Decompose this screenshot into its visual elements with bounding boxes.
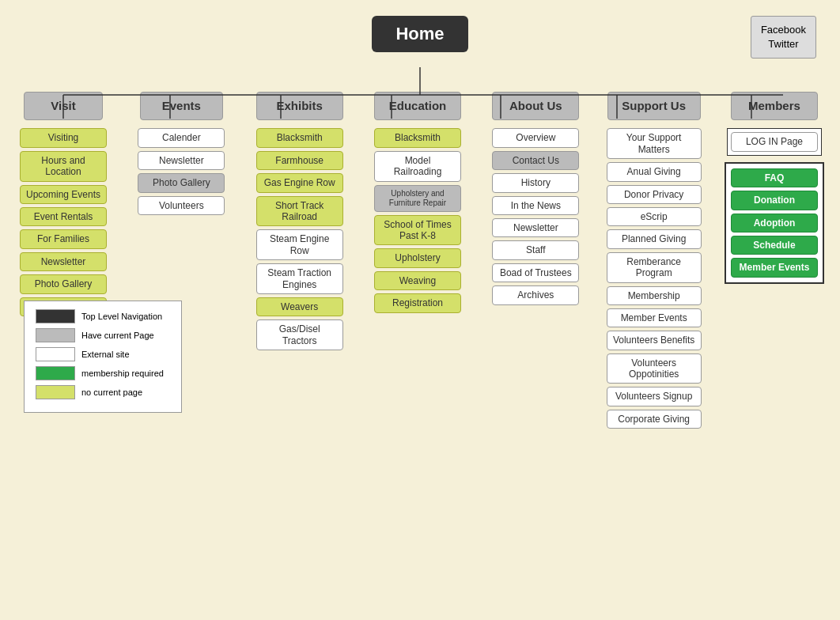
list-item[interactable]: Upholstery	[374, 248, 461, 267]
list-item[interactable]: Membership	[607, 286, 702, 305]
list-item[interactable]: In the News	[492, 196, 579, 215]
legend-item-yellow: no current page	[36, 385, 170, 399]
list-item[interactable]: Newsletter	[492, 218, 579, 237]
events-header: Events	[140, 92, 223, 120]
list-item[interactable]: Blacksmith	[374, 128, 461, 147]
top-row: Home Facebook Twitter	[8, 16, 832, 52]
list-item[interactable]: Short TrackRailroad	[256, 196, 343, 227]
legend-box-white	[36, 347, 75, 361]
aboutus-header: About Us	[492, 92, 579, 120]
members-items: LOG IN Page FAQ Donation Adoption Schedu…	[725, 128, 824, 283]
chart-area: Home Facebook Twitter	[8, 16, 832, 429]
list-item[interactable]: Staff	[492, 240, 579, 259]
events-items: Calender Newsletter Photo Gallery Volunt…	[134, 128, 229, 215]
members-header: Members	[731, 92, 818, 120]
column-members: Members LOG IN Page FAQ Donation Adoptio…	[725, 92, 824, 429]
list-item[interactable]: Donation	[731, 191, 818, 210]
column-supportus: Support Us Your Support Matters Anual Gi…	[607, 92, 702, 429]
list-item[interactable]: FAQ	[731, 168, 818, 187]
home-node[interactable]: Home	[372, 16, 467, 52]
list-item[interactable]: Adoption	[731, 214, 818, 232]
list-item[interactable]: Member Events	[731, 258, 818, 277]
aboutus-items: Overview Contact Us History In the News …	[488, 128, 583, 304]
list-item[interactable]: Anual Giving	[607, 162, 702, 181]
list-item[interactable]: Visiting	[20, 128, 107, 147]
column-exhibits: Exhibits Blacksmith Farmhouse Gas Engine…	[252, 92, 347, 429]
supportus-header: Support Us	[607, 92, 701, 120]
list-item[interactable]: Planned Giving	[607, 229, 702, 248]
list-item[interactable]: Donor Privacy	[607, 185, 702, 204]
legend-box-gray	[36, 328, 75, 342]
list-item[interactable]: Registration	[374, 293, 461, 312]
page: Home Facebook Twitter	[0, 0, 840, 620]
events-header-node[interactable]: Events	[140, 92, 223, 120]
list-item[interactable]: Calender	[138, 128, 225, 147]
legend-box-yellow	[36, 385, 75, 399]
list-item[interactable]: History	[492, 173, 579, 192]
legend: Top Level Navigation Have current Page E…	[24, 301, 182, 413]
list-item[interactable]: Volunteers	[138, 196, 225, 215]
list-item[interactable]: Photo Gallery	[138, 173, 225, 192]
list-item[interactable]: Volunteers Benefits	[607, 331, 702, 350]
facebook-link[interactable]: Facebook	[761, 24, 806, 36]
list-item[interactable]: VolunteersOppotinities	[607, 353, 702, 384]
column-aboutus: About Us Overview Contact Us History In …	[488, 92, 583, 429]
list-item[interactable]: Boad of Trustees	[492, 263, 579, 282]
legend-item-green: membership required	[36, 366, 170, 380]
list-item[interactable]: eScrip	[607, 207, 702, 226]
visit-header: Visit	[24, 92, 103, 120]
list-item[interactable]: Corporate Giving	[607, 410, 702, 429]
visit-items: Visiting Hours andLocation Upcoming Even…	[16, 128, 111, 316]
list-item[interactable]: RemberanceProgram	[607, 252, 702, 283]
list-item[interactable]: Volunteers Signup	[607, 387, 702, 406]
legend-item-white: External site	[36, 347, 170, 361]
list-item[interactable]: Contact Us	[492, 151, 579, 170]
visit-header-node[interactable]: Visit	[24, 92, 103, 120]
list-item[interactable]: School of TimesPast K-8	[374, 215, 461, 246]
legend-label-white: External site	[81, 350, 130, 359]
legend-label-gray: Have current Page	[81, 331, 154, 340]
list-item[interactable]: Gas Engine Row	[256, 173, 343, 192]
legend-box-green	[36, 366, 75, 380]
list-item[interactable]: Weavers	[256, 297, 343, 316]
list-item[interactable]: Upholstery andFurniture Repair	[374, 185, 461, 212]
exhibits-header-node[interactable]: Exhibits	[256, 92, 343, 120]
education-header: Education	[374, 92, 461, 120]
list-item[interactable]: Steam Engine Row	[256, 229, 343, 260]
list-item[interactable]: Weaving	[374, 271, 461, 290]
list-item[interactable]: Farmhouse	[256, 151, 343, 170]
list-item[interactable]: Steam TractionEngines	[256, 263, 343, 294]
twitter-link[interactable]: Twitter	[768, 38, 798, 50]
legend-box-dark	[36, 309, 75, 323]
legend-label-green: membership required	[81, 369, 164, 378]
members-header-node[interactable]: Members	[731, 92, 818, 120]
list-item[interactable]: Overview	[492, 128, 579, 147]
list-item[interactable]: LOG IN Page	[731, 132, 818, 151]
education-header-node[interactable]: Education	[374, 92, 461, 120]
list-item[interactable]: Upcoming Events	[20, 185, 107, 204]
list-item[interactable]: Gas/Disel Tractors	[256, 319, 343, 350]
exhibits-header: Exhibits	[256, 92, 343, 120]
login-box: LOG IN Page	[727, 128, 822, 155]
column-education: Education Blacksmith ModelRailroading Up…	[370, 92, 465, 429]
legend-item-gray: Have current Page	[36, 328, 170, 342]
list-item[interactable]: Your Support Matters	[607, 128, 702, 159]
list-item[interactable]: For Families	[20, 229, 107, 248]
list-item[interactable]: Event Rentals	[20, 207, 107, 226]
education-items: Blacksmith ModelRailroading Upholstery a…	[370, 128, 465, 312]
list-item[interactable]: Archives	[492, 285, 579, 304]
supportus-items: Your Support Matters Anual Giving Donor …	[607, 128, 702, 429]
list-item[interactable]: Member Events	[607, 308, 702, 327]
list-item[interactable]: Newsletter	[138, 151, 225, 170]
supportus-header-node[interactable]: Support Us	[607, 92, 701, 120]
list-item[interactable]: ModelRailroading	[374, 151, 461, 182]
list-item[interactable]: Hours andLocation	[20, 151, 107, 182]
list-item[interactable]: Newsletter	[20, 252, 107, 271]
exhibits-items: Blacksmith Farmhouse Gas Engine Row Shor…	[252, 128, 347, 350]
list-item[interactable]: Schedule	[731, 236, 818, 255]
aboutus-header-node[interactable]: About Us	[492, 92, 579, 120]
social-links[interactable]: Facebook Twitter	[751, 16, 816, 59]
list-item[interactable]: Photo Gallery	[20, 274, 107, 293]
members-inner-box: FAQ Donation Adoption Schedule Member Ev…	[725, 162, 824, 284]
list-item[interactable]: Blacksmith	[256, 128, 343, 147]
